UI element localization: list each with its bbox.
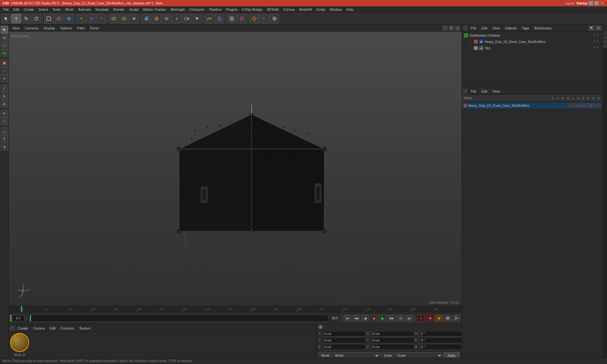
viewport-menu-panel[interactable]: Panel	[88, 26, 101, 31]
coord-x-size-input[interactable]	[371, 331, 414, 337]
obj-toggle-6[interactable]: ▦	[589, 104, 592, 107]
minimize-button[interactable]: ─	[589, 1, 593, 5]
case-settings[interactable]: ⚙	[596, 39, 601, 44]
viewport-fit-btn[interactable]: ⊞	[449, 26, 454, 31]
layout-tab-4[interactable]: ▸	[603, 44, 607, 49]
toolbar-render-active[interactable]	[119, 14, 129, 23]
toolbar-texture-mode[interactable]	[64, 14, 74, 23]
coord-b-input[interactable]	[420, 344, 463, 350]
viewport-menu-cameras[interactable]: Cameras	[23, 26, 41, 31]
coord-p-input[interactable]	[420, 337, 463, 343]
scene-panel-btn2[interactable]: ⚙	[596, 26, 601, 31]
timeline-schematic-button[interactable]	[453, 315, 460, 322]
goto-start-button[interactable]: ⏮	[344, 315, 351, 322]
obj-toggle-2[interactable]: ●	[572, 104, 576, 107]
apply-button[interactable]: Apply	[444, 352, 460, 358]
material-menu-texture[interactable]: Texture	[77, 326, 92, 331]
objects-menu-view[interactable]: View	[491, 89, 502, 94]
obj-toggle-8[interactable]: ✕	[597, 104, 601, 107]
scene-menu-file[interactable]: File	[469, 26, 478, 31]
toolbar-scale-tool[interactable]	[21, 14, 31, 23]
menu-tools[interactable]: Tools	[51, 7, 63, 12]
scale-mode-select[interactable]: Scale	[396, 352, 442, 358]
toolbar-grid[interactable]	[227, 14, 236, 23]
toolbar-sphere[interactable]	[152, 14, 161, 23]
toolbar-point[interactable]: •	[97, 14, 106, 23]
material-item-wrapper[interactable]: Music_R	[10, 333, 29, 352]
sidebar-loop-select[interactable]: ⊗	[1, 100, 8, 108]
tree-item-subdivision[interactable]: ⬡ Subdivision Surface ✓ ⚙	[463, 32, 602, 39]
maximize-button[interactable]: □	[594, 1, 599, 5]
sky-visible-check[interactable]: ✓	[593, 46, 596, 50]
menu-redshift[interactable]: Redshift	[297, 7, 314, 12]
toolbar-loft[interactable]	[215, 14, 224, 23]
tree-item-sky[interactable]: ☁ Sky ✓ ⚙	[463, 45, 602, 51]
material-menu-edit[interactable]: Edit	[48, 326, 58, 331]
current-frame-input[interactable]	[12, 315, 25, 321]
toolbar-object-mode[interactable]	[54, 14, 64, 23]
timeline-options-button[interactable]	[444, 315, 451, 322]
viewport-menu-options[interactable]: Options	[58, 26, 74, 31]
object-row-case[interactable]: Heavy_Duty_DJ_Road_Case_35x48x48cm ⚙ ● ◐…	[463, 102, 602, 109]
obj-toggle-5[interactable]: ✓	[585, 104, 588, 107]
toolbar-texture-tag[interactable]	[249, 14, 259, 23]
prev-frame-button[interactable]: ◀◀	[353, 315, 360, 322]
viewport-menu-view[interactable]: View	[10, 26, 21, 31]
scene-menu-bookmarks[interactable]: Bookmarks	[532, 26, 554, 31]
scene-menu-tags[interactable]: Tags	[520, 26, 531, 31]
close-button[interactable]: ✕	[600, 1, 604, 5]
world-mode-button[interactable]: World	[318, 352, 332, 358]
menu-mesh[interactable]: Mesh	[63, 7, 76, 12]
menu-edit[interactable]: Edit	[11, 7, 21, 12]
menu-render[interactable]: Render	[111, 7, 126, 12]
toolbar-model-mode[interactable]	[44, 14, 53, 23]
menu-corona[interactable]: Corona	[281, 7, 297, 12]
material-menu-create[interactable]: Create	[16, 326, 30, 331]
coord-z-size-input[interactable]	[371, 344, 414, 350]
coord-y-input[interactable]	[323, 337, 366, 343]
menu-help[interactable]: Help	[344, 7, 355, 12]
keyframe-button[interactable]: ◆	[435, 315, 443, 322]
material-ball-music[interactable]	[10, 333, 29, 352]
toolbar-render-settings[interactable]	[129, 14, 139, 23]
sidebar-bevel-tool[interactable]: ◈	[1, 143, 8, 150]
scale-mode-button[interactable]: Scale	[381, 352, 395, 358]
toolbar-polygon[interactable]: ✕	[77, 14, 86, 23]
toolbar-cursor-tool[interactable]	[1, 14, 11, 23]
viewport-menu-display[interactable]: Display	[42, 26, 57, 31]
sidebar-rotate-tool[interactable]: ↻	[1, 50, 8, 57]
scene-menu-objects[interactable]: Objects	[503, 26, 518, 31]
menu-3dtoall[interactable]: 3DToAll	[265, 7, 281, 12]
record-button[interactable]: ●	[417, 315, 425, 322]
sidebar-line-tool[interactable]: ╱	[1, 84, 8, 92]
menu-plugins[interactable]: Plugins	[224, 7, 239, 12]
sky-settings[interactable]: ⚙	[596, 46, 601, 50]
toolbar-light[interactable]	[192, 14, 202, 23]
objects-menu-file[interactable]: File	[469, 89, 478, 94]
coord-h-input[interactable]	[420, 331, 463, 337]
toolbar-move-tool[interactable]	[11, 14, 21, 23]
sidebar-extrude-tool[interactable]: ⬆	[1, 135, 8, 143]
sidebar-brush-tool[interactable]: ✎	[1, 110, 8, 117]
playhead-scrubber[interactable]	[30, 315, 328, 322]
toolbar-material-manager[interactable]	[260, 14, 269, 23]
sidebar-scale-tool[interactable]: ⬡	[1, 42, 8, 49]
toolbar-null[interactable]: +	[172, 14, 181, 23]
menu-create[interactable]: Create	[22, 7, 36, 12]
subdiv-settings[interactable]: ⚙	[596, 33, 601, 38]
viewport-menu-filter[interactable]: Filter	[75, 26, 87, 31]
layout-tab-1[interactable]: ▸	[603, 31, 607, 35]
sidebar-live-select[interactable]: ◎	[1, 92, 8, 100]
obj-toggle-3[interactable]: ◐	[576, 104, 580, 107]
coord-x-input[interactable]	[323, 331, 366, 337]
viewport-settings-btn[interactable]: ⚙	[455, 26, 460, 31]
viewport-3d[interactable]: Perspective Grid Spacing : 10 cm X Y Z	[9, 32, 462, 306]
timeline-ruler[interactable]: 0 5 10 15 20 25 30	[9, 306, 462, 312]
play-button[interactable]: ▶	[379, 315, 387, 322]
menu-pipeline[interactable]: Pipeline	[207, 7, 224, 12]
menu-script[interactable]: Script	[314, 7, 327, 12]
menu-motion-tracker[interactable]: Motion Tracker	[141, 7, 168, 12]
obj-toggle-1[interactable]: ⚙	[568, 104, 572, 107]
toolbar-spline[interactable]	[205, 14, 214, 23]
layout-tab-2[interactable]: ▸	[603, 35, 607, 40]
